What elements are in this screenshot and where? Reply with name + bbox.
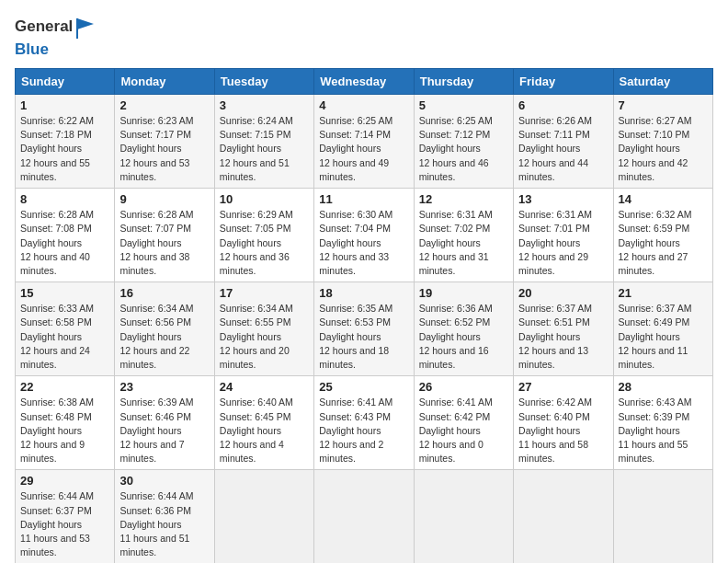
day-info: Sunrise: 6:38 AMSunset: 6:48 PMDaylight … bbox=[20, 396, 109, 465]
day-number: 13 bbox=[518, 192, 608, 206]
day-number: 18 bbox=[319, 286, 408, 300]
calendar-cell: 9Sunrise: 6:28 AMSunset: 7:07 PMDaylight… bbox=[115, 189, 214, 282]
calendar-cell: 2Sunrise: 6:23 AMSunset: 7:17 PMDaylight… bbox=[115, 95, 214, 189]
day-number: 10 bbox=[220, 192, 309, 206]
day-info: Sunrise: 6:41 AMSunset: 6:42 PMDaylight … bbox=[419, 396, 508, 465]
day-number: 14 bbox=[619, 192, 708, 206]
calendar-week-5: 29Sunrise: 6:44 AMSunset: 6:37 PMDayligh… bbox=[16, 470, 713, 563]
calendar-cell: 30Sunrise: 6:44 AMSunset: 6:36 PMDayligh… bbox=[115, 470, 214, 563]
day-number: 3 bbox=[220, 98, 309, 112]
calendar-cell bbox=[613, 470, 712, 563]
day-info: Sunrise: 6:44 AMSunset: 6:37 PMDaylight … bbox=[20, 489, 109, 559]
day-number: 6 bbox=[518, 98, 608, 112]
day-number: 25 bbox=[319, 380, 408, 394]
day-number: 9 bbox=[119, 192, 209, 206]
day-number: 4 bbox=[319, 98, 408, 112]
day-number: 16 bbox=[119, 286, 209, 300]
calendar-cell: 3Sunrise: 6:24 AMSunset: 7:15 PMDaylight… bbox=[214, 95, 313, 189]
calendar-cell: 14Sunrise: 6:32 AMSunset: 6:59 PMDayligh… bbox=[613, 189, 712, 282]
calendar-cell bbox=[414, 470, 513, 563]
calendar-cell: 29Sunrise: 6:44 AMSunset: 6:37 PMDayligh… bbox=[16, 470, 115, 563]
day-info: Sunrise: 6:44 AMSunset: 6:36 PMDaylight … bbox=[119, 489, 209, 559]
day-number: 22 bbox=[20, 380, 109, 394]
calendar-week-3: 15Sunrise: 6:33 AMSunset: 6:58 PMDayligh… bbox=[16, 282, 713, 376]
day-info: Sunrise: 6:40 AMSunset: 6:45 PMDaylight … bbox=[220, 396, 309, 465]
weekday-header-tuesday: Tuesday bbox=[214, 69, 313, 95]
weekday-header-sunday: Sunday bbox=[16, 69, 115, 95]
day-number: 24 bbox=[220, 380, 309, 394]
calendar-cell: 20Sunrise: 6:37 AMSunset: 6:51 PMDayligh… bbox=[514, 282, 613, 376]
day-info: Sunrise: 6:27 AMSunset: 7:10 PMDaylight … bbox=[619, 114, 708, 184]
svg-marker-0 bbox=[77, 18, 94, 29]
day-info: Sunrise: 6:30 AMSunset: 7:04 PMDaylight … bbox=[319, 208, 408, 278]
weekday-header-row: SundayMondayTuesdayWednesdayThursdayFrid… bbox=[16, 69, 713, 95]
day-number: 12 bbox=[419, 192, 508, 206]
day-number: 8 bbox=[20, 192, 109, 206]
day-info: Sunrise: 6:26 AMSunset: 7:11 PMDaylight … bbox=[518, 114, 608, 184]
calendar-cell: 25Sunrise: 6:41 AMSunset: 6:43 PMDayligh… bbox=[314, 376, 414, 470]
calendar-cell: 8Sunrise: 6:28 AMSunset: 7:08 PMDaylight… bbox=[16, 189, 115, 282]
day-info: Sunrise: 6:35 AMSunset: 6:53 PMDaylight … bbox=[319, 302, 408, 372]
calendar-cell: 15Sunrise: 6:33 AMSunset: 6:58 PMDayligh… bbox=[16, 282, 115, 376]
day-number: 26 bbox=[419, 380, 508, 394]
calendar-cell: 22Sunrise: 6:38 AMSunset: 6:48 PMDayligh… bbox=[16, 376, 115, 470]
calendar-cell: 5Sunrise: 6:25 AMSunset: 7:12 PMDaylight… bbox=[414, 95, 513, 189]
weekday-header-friday: Friday bbox=[514, 69, 613, 95]
calendar-cell: 23Sunrise: 6:39 AMSunset: 6:46 PMDayligh… bbox=[115, 376, 214, 470]
day-info: Sunrise: 6:39 AMSunset: 6:46 PMDaylight … bbox=[119, 396, 209, 465]
calendar-week-2: 8Sunrise: 6:28 AMSunset: 7:08 PMDaylight… bbox=[16, 189, 713, 282]
day-info: Sunrise: 6:29 AMSunset: 7:05 PMDaylight … bbox=[220, 208, 309, 278]
day-number: 11 bbox=[319, 192, 408, 206]
day-number: 17 bbox=[220, 286, 309, 300]
calendar-cell: 17Sunrise: 6:34 AMSunset: 6:55 PMDayligh… bbox=[214, 282, 313, 376]
logo: General Blue bbox=[15, 15, 100, 59]
calendar-week-4: 22Sunrise: 6:38 AMSunset: 6:48 PMDayligh… bbox=[16, 376, 713, 470]
day-number: 5 bbox=[419, 98, 508, 112]
calendar-cell bbox=[314, 470, 414, 563]
day-number: 28 bbox=[619, 380, 708, 394]
calendar-cell: 24Sunrise: 6:40 AMSunset: 6:45 PMDayligh… bbox=[214, 376, 313, 470]
day-info: Sunrise: 6:25 AMSunset: 7:12 PMDaylight … bbox=[419, 114, 508, 184]
day-info: Sunrise: 6:32 AMSunset: 6:59 PMDaylight … bbox=[619, 208, 708, 278]
day-info: Sunrise: 6:34 AMSunset: 6:55 PMDaylight … bbox=[220, 302, 309, 372]
day-info: Sunrise: 6:43 AMSunset: 6:39 PMDaylight … bbox=[619, 396, 708, 465]
day-info: Sunrise: 6:23 AMSunset: 7:17 PMDaylight … bbox=[119, 114, 209, 184]
day-number: 1 bbox=[20, 98, 109, 112]
calendar-cell: 19Sunrise: 6:36 AMSunset: 6:52 PMDayligh… bbox=[414, 282, 513, 376]
weekday-header-thursday: Thursday bbox=[414, 69, 513, 95]
day-info: Sunrise: 6:33 AMSunset: 6:58 PMDaylight … bbox=[20, 302, 109, 372]
calendar-cell: 13Sunrise: 6:31 AMSunset: 7:01 PMDayligh… bbox=[514, 189, 613, 282]
day-info: Sunrise: 6:37 AMSunset: 6:49 PMDaylight … bbox=[619, 302, 708, 372]
day-number: 19 bbox=[419, 286, 508, 300]
day-info: Sunrise: 6:34 AMSunset: 6:56 PMDaylight … bbox=[119, 302, 209, 372]
calendar-cell bbox=[214, 470, 313, 563]
day-number: 15 bbox=[20, 286, 109, 300]
calendar-cell: 7Sunrise: 6:27 AMSunset: 7:10 PMDaylight… bbox=[613, 95, 712, 189]
calendar-cell: 12Sunrise: 6:31 AMSunset: 7:02 PMDayligh… bbox=[414, 189, 513, 282]
calendar-cell: 10Sunrise: 6:29 AMSunset: 7:05 PMDayligh… bbox=[214, 189, 313, 282]
day-info: Sunrise: 6:31 AMSunset: 7:01 PMDaylight … bbox=[518, 208, 608, 278]
calendar-cell: 27Sunrise: 6:42 AMSunset: 6:40 PMDayligh… bbox=[514, 376, 613, 470]
day-info: Sunrise: 6:42 AMSunset: 6:40 PMDaylight … bbox=[518, 396, 608, 465]
logo-text: General Blue bbox=[15, 15, 100, 59]
page-header: General Blue bbox=[15, 15, 713, 59]
calendar-cell: 28Sunrise: 6:43 AMSunset: 6:39 PMDayligh… bbox=[613, 376, 712, 470]
logo-blue: Blue bbox=[15, 40, 49, 58]
day-number: 21 bbox=[619, 286, 708, 300]
calendar-cell bbox=[514, 470, 613, 563]
day-info: Sunrise: 6:24 AMSunset: 7:15 PMDaylight … bbox=[220, 114, 309, 184]
day-info: Sunrise: 6:37 AMSunset: 6:51 PMDaylight … bbox=[518, 302, 608, 372]
day-number: 30 bbox=[119, 474, 209, 488]
calendar-cell: 11Sunrise: 6:30 AMSunset: 7:04 PMDayligh… bbox=[314, 189, 414, 282]
day-info: Sunrise: 6:31 AMSunset: 7:02 PMDaylight … bbox=[419, 208, 508, 278]
logo-general: General bbox=[15, 17, 73, 35]
day-info: Sunrise: 6:25 AMSunset: 7:14 PMDaylight … bbox=[319, 114, 408, 184]
day-info: Sunrise: 6:36 AMSunset: 6:52 PMDaylight … bbox=[419, 302, 508, 372]
day-number: 7 bbox=[619, 98, 708, 112]
weekday-header-monday: Monday bbox=[115, 69, 214, 95]
calendar-cell: 16Sunrise: 6:34 AMSunset: 6:56 PMDayligh… bbox=[115, 282, 214, 376]
weekday-header-saturday: Saturday bbox=[613, 69, 712, 95]
calendar-cell: 21Sunrise: 6:37 AMSunset: 6:49 PMDayligh… bbox=[613, 282, 712, 376]
calendar-week-1: 1Sunrise: 6:22 AMSunset: 7:18 PMDaylight… bbox=[16, 95, 713, 189]
day-number: 29 bbox=[20, 474, 109, 488]
